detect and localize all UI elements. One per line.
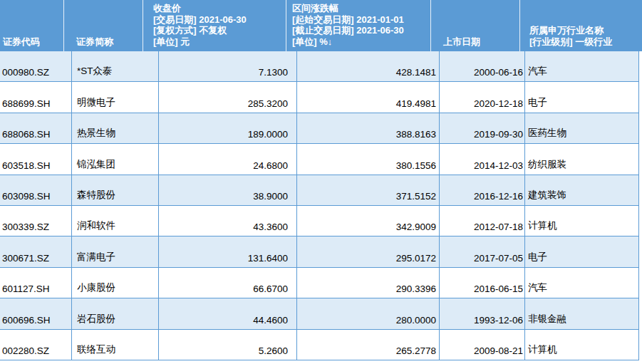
header-line: [交易日期] 2021-06-30 [153,14,286,26]
cell-security-code[interactable]: 601127.SH [0,268,72,298]
header-line: 所属申万行业名称 [529,25,642,36]
column-header-listing-date[interactable]: 上市日期 [430,0,519,51]
cell-sw-industry[interactable]: 非银金融 [525,298,639,328]
cell-interval-change[interactable]: 295.0172 [297,236,440,266]
header-line: 证券简称 [76,36,143,48]
cell-close-price[interactable]: 43.3600 [159,206,297,236]
cell-interval-change[interactable]: 265.2778 [297,330,440,360]
cell-close-price[interactable]: 44.4600 [159,298,297,328]
cell-security-code[interactable]: 688068.SH [0,113,72,143]
cell-listing-date[interactable]: 2014-12-03 [440,144,525,174]
cell-security-name[interactable]: 富满电子 [72,236,159,266]
cell-sw-industry[interactable]: 医药生物 [525,113,639,143]
cell-security-name[interactable]: 明微电子 [72,82,159,112]
cell-close-price[interactable]: 66.6700 [159,268,297,298]
column-header-close-price[interactable]: 收盘价 [交易日期] 2021-06-30 [复权方式] 不复权 [单位] 元 [143,0,286,51]
cell-security-code[interactable]: 000980.SZ [0,51,72,81]
table-row: 002280.SZ 联络互动 5.2600 265.2778 2009-08-2… [0,330,639,360]
cell-sw-industry[interactable]: 电子 [525,236,639,266]
cell-interval-change[interactable]: 419.4981 [297,82,440,112]
table-row: 601127.SH 小康股份 66.6700 290.3396 2016-06-… [0,268,639,298]
cell-interval-change[interactable]: 371.5152 [297,175,440,205]
cell-security-code[interactable]: 603518.SH [0,144,72,174]
cell-security-name[interactable]: *ST众泰 [72,51,159,81]
cell-interval-change[interactable]: 342.9009 [297,206,440,236]
cell-interval-change[interactable]: 380.1556 [297,144,440,174]
cell-security-code[interactable]: 300339.SZ [0,206,72,236]
header-line: [复权方式] 不复权 [153,25,286,36]
cell-listing-date[interactable]: 2020-12-18 [440,82,525,112]
securities-data-table: 证券代码 证券简称 收盘价 [交易日期] 2021-06-30 [复权方式] 不… [0,0,642,364]
cell-close-price[interactable]: 5.2600 [159,330,297,360]
cell-security-name[interactable]: 岩石股份 [72,298,159,328]
table-row: 688699.SH 明微电子 285.3200 419.4981 2020-12… [0,82,639,113]
cell-listing-date[interactable]: 2019-09-30 [440,113,525,143]
cell-security-code[interactable]: 603098.SH [0,175,72,205]
cell-security-name[interactable]: 联络互动 [72,330,159,360]
cell-security-name[interactable]: 润和软件 [72,206,159,236]
cell-listing-date[interactable]: 1993-12-06 [440,298,525,328]
cell-sw-industry[interactable]: 计算机 [525,206,639,236]
header-line: 证券代码 [3,36,63,48]
cell-listing-date[interactable]: 2000-06-16 [440,51,525,81]
cell-listing-date[interactable]: 2016-12-16 [440,175,525,205]
cell-interval-change[interactable]: 428.1481 [297,51,440,81]
header-line: 上市日期 [443,36,519,48]
header-line: [行业级别] 一级行业 [529,36,642,48]
cell-sw-industry[interactable]: 汽车 [525,268,639,298]
cell-listing-date[interactable]: 2017-07-05 [440,236,525,266]
header-line: 收盘价 [153,3,286,14]
cell-listing-date[interactable]: 2016-06-15 [440,268,525,298]
cell-close-price[interactable]: 7.1300 [159,51,297,81]
cell-interval-change[interactable]: 280.0000 [297,298,440,328]
cell-close-price[interactable]: 24.6800 [159,144,297,174]
cell-close-price[interactable]: 131.6400 [159,236,297,266]
cell-security-name[interactable]: 锦泓集团 [72,144,159,174]
cell-sw-industry[interactable]: 电子 [525,82,639,112]
header-line-sort-descending-indicator: [单位] %↓ [292,36,430,48]
header-line: [起始交易日期] 2021-01-01 [292,14,430,26]
header-line: [截止交易日期] 2021-06-30 [292,25,430,36]
table-row: 603518.SH 锦泓集团 24.6800 380.1556 2014-12-… [0,144,639,175]
cell-security-name[interactable]: 小康股份 [72,268,159,298]
cell-close-price[interactable]: 38.9000 [159,175,297,205]
cell-interval-change[interactable]: 388.8163 [297,113,440,143]
table-header-row: 证券代码 证券简称 收盘价 [交易日期] 2021-06-30 [复权方式] 不… [0,0,642,51]
table-row: 600696.SH 岩石股份 44.4600 280.0000 1993-12-… [0,298,639,329]
cell-security-name[interactable]: 热景生物 [72,113,159,143]
header-line: 区间涨跌幅 [292,3,430,14]
cell-security-code[interactable]: 688699.SH [0,82,72,112]
header-line: [单位] 元 [153,36,286,48]
cell-sw-industry[interactable]: 汽车 [525,51,639,81]
cell-listing-date[interactable]: 2009-08-21 [440,330,525,360]
table-row: 688068.SH 热景生物 189.0000 388.8163 2019-09… [0,113,639,144]
table-body: 000980.SZ *ST众泰 7.1300 428.1481 2000-06-… [0,51,639,360]
cell-security-name[interactable]: 森特股份 [72,175,159,205]
cell-interval-change[interactable]: 290.3396 [297,268,440,298]
column-header-security-name[interactable]: 证券简称 [63,0,143,51]
cell-listing-date[interactable]: 2012-07-18 [440,206,525,236]
cell-close-price[interactable]: 189.0000 [159,113,297,143]
column-header-interval-change[interactable]: 区间涨跌幅 [起始交易日期] 2021-01-01 [截止交易日期] 2021-… [286,0,430,51]
cell-security-code[interactable]: 300671.SZ [0,236,72,266]
cell-security-code[interactable]: 002280.SZ [0,330,72,360]
cell-sw-industry[interactable]: 计算机 [525,330,639,360]
table-row: 000980.SZ *ST众泰 7.1300 428.1481 2000-06-… [0,51,639,82]
table-row: 300339.SZ 润和软件 43.3600 342.9009 2012-07-… [0,206,639,236]
column-header-sw-industry[interactable]: 所属申万行业名称 [行业级别] 一级行业 [519,0,642,51]
cell-sw-industry[interactable]: 纺织服装 [525,144,639,174]
table-row: 300671.SZ 富满电子 131.6400 295.0172 2017-07… [0,236,639,267]
cell-security-code[interactable]: 600696.SH [0,298,72,328]
cell-sw-industry[interactable]: 建筑装饰 [525,175,639,205]
column-header-security-code[interactable]: 证券代码 [0,0,63,51]
cell-close-price[interactable]: 285.3200 [159,82,297,112]
table-row: 603098.SH 森特股份 38.9000 371.5152 2016-12-… [0,175,639,206]
